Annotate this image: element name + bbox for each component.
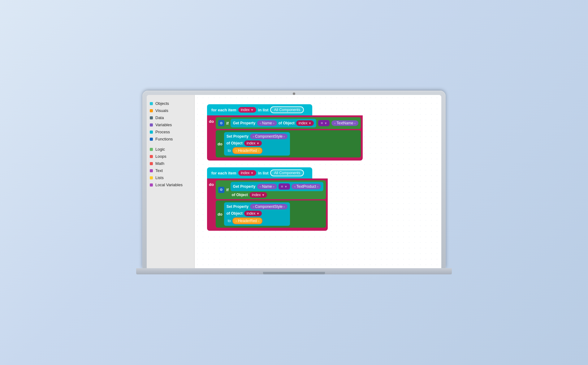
- set-prop-row-2: Set Property « ComponentStyle »: [227, 204, 288, 209]
- of-object-label-1: of Object: [279, 121, 295, 125]
- textname-text-1: TextName: [336, 121, 353, 125]
- header-red-pill-1[interactable]: « HeaderRed »: [232, 147, 263, 154]
- sidebar-label-text: Text: [155, 168, 163, 173]
- eq-block-1[interactable]: = ▼: [318, 120, 330, 126]
- foreach-row-1: for each item index ▼ in list All Compon…: [207, 104, 312, 115]
- index-pill-1[interactable]: index ▼: [238, 107, 256, 113]
- inner-do-label-1: do: [218, 142, 223, 146]
- math-color-dot: [150, 162, 153, 165]
- name-string-pill-1[interactable]: « Name »: [257, 120, 277, 126]
- screen-bezel: Objects Visuals Data Variables: [142, 91, 446, 268]
- sidebar-item-variables[interactable]: Variables: [147, 121, 194, 128]
- sidebar-label-functions: Functions: [155, 137, 173, 141]
- of-obj4-index-pill[interactable]: index ▼: [244, 211, 262, 216]
- block-group-1: for each item index ▼ in list All Compon…: [207, 104, 429, 161]
- lists-color-dot: [150, 176, 153, 179]
- foreach-row-2: for each item index ▼ in list All Compon…: [207, 167, 312, 178]
- of-obj-row-2: of Object index ▼: [227, 211, 288, 216]
- do-label-2: do: [209, 180, 214, 187]
- sidebar-label-visuals: Visuals: [155, 108, 168, 113]
- do-row-2: do ⚙ if Get Property: [209, 180, 326, 228]
- to-label-2: to: [228, 219, 231, 223]
- gear-icon-2[interactable]: ⚙: [218, 187, 224, 193]
- of-object2-label-1: of Object: [227, 141, 243, 145]
- sidebar-item-local-variables[interactable]: Local Variables: [147, 181, 194, 188]
- set-prop-row-1: Set Property « ComponentStyle »: [227, 134, 288, 139]
- component-style-pill-2[interactable]: « ComponentStyle »: [250, 204, 288, 209]
- index4-text: index: [252, 193, 261, 197]
- gear-icon-1[interactable]: ⚙: [218, 120, 224, 126]
- inner-do-area-2: do Set Property « ComponentStyle: [216, 200, 326, 228]
- sidebar-label-local-variables: Local Variables: [155, 182, 183, 187]
- get-prop-label-2: Get Property: [233, 184, 256, 189]
- foreach-label-1: for each item: [211, 108, 236, 112]
- of-object3-index-pill[interactable]: index ▼: [249, 192, 267, 198]
- index5-text: index: [247, 211, 256, 216]
- sidebar-label-objects: Objects: [155, 101, 169, 106]
- variables-color-dot: [150, 123, 153, 127]
- component-style-text-2: ComponentStyle: [255, 204, 283, 209]
- textproduct-pill-1[interactable]: « TextProduct »: [292, 184, 321, 189]
- open-quote-2: «: [334, 121, 336, 125]
- set-prop-block-2: Set Property « ComponentStyle »: [224, 202, 290, 226]
- inner-do-row-1: do Set Property « ComponentStyle: [218, 132, 359, 156]
- sidebar-item-data[interactable]: Data: [147, 114, 194, 121]
- sidebar-item-lists[interactable]: Lists: [147, 174, 194, 181]
- sidebar-label-logic: Logic: [155, 147, 165, 152]
- camera: [293, 92, 295, 95]
- sidebar-item-visuals[interactable]: Visuals: [147, 107, 194, 114]
- set-prop-block-1: Set Property « ComponentStyle »: [224, 132, 290, 156]
- all-components-text-1: All Components: [274, 108, 300, 112]
- header-red-pill-2[interactable]: « HeaderRed »: [232, 217, 263, 224]
- get-prop-block-2: Get Property « Name »: [231, 182, 324, 191]
- sidebar-item-process[interactable]: Process: [147, 128, 194, 135]
- sidebar-label-data: Data: [155, 115, 164, 120]
- all-components-pill-1[interactable]: All Components: [270, 106, 304, 113]
- sidebar-item-math[interactable]: Math: [147, 160, 194, 167]
- sidebar-item-functions[interactable]: Functions: [147, 135, 194, 143]
- screen: Objects Visuals Data Variables: [147, 95, 441, 268]
- get-prop-block-1: Get Property « Name » of Object: [231, 119, 317, 127]
- index-arrow-1: ▼: [251, 108, 254, 112]
- block-group-2: for each item index ▼ in list All Compon…: [207, 167, 429, 231]
- in-list-label-1: in list: [258, 108, 269, 112]
- inner-do-label-2: do: [218, 212, 223, 217]
- laptop: Objects Visuals Data Variables: [142, 91, 446, 274]
- header-red-text-2: HeaderRed: [238, 219, 257, 223]
- sidebar: Objects Visuals Data Variables: [147, 95, 195, 268]
- if-block-2: ⚙ if Get Property «: [216, 180, 326, 199]
- sidebar-item-objects[interactable]: Objects: [147, 100, 194, 107]
- to-label-1: to: [228, 148, 231, 153]
- of-object-index-pill-1[interactable]: index ▼: [296, 120, 314, 126]
- textname-pill-1[interactable]: « TextName »: [331, 120, 358, 126]
- sidebar-label-process: Process: [155, 130, 170, 134]
- name-string-pill-2[interactable]: « Name »: [257, 184, 277, 189]
- index-arrow-2: ▼: [251, 171, 254, 175]
- if-label-2: if: [226, 187, 229, 192]
- objects-color-dot: [150, 102, 153, 105]
- sidebar-item-loops[interactable]: Loops: [147, 153, 194, 160]
- sidebar-item-text[interactable]: Text: [147, 167, 194, 174]
- in-list-label-2: in list: [258, 171, 269, 175]
- of-obj-index-pill-1[interactable]: index ▼: [244, 140, 262, 146]
- eq-block-2[interactable]: = ▼: [279, 183, 290, 190]
- inner-do-area-1: do Set Property « ComponentStyle: [216, 130, 361, 157]
- loops-color-dot: [150, 155, 153, 158]
- eq-symbol-1: =: [321, 121, 323, 125]
- of-object3-label: of Object: [232, 193, 248, 197]
- close-quote-1: »: [273, 121, 275, 125]
- of-object4-label: of Object: [227, 211, 243, 216]
- component-style-text-1: ComponentStyle: [255, 134, 283, 139]
- foreach-label-2: for each item: [211, 171, 236, 175]
- all-components-pill-2[interactable]: All Components: [270, 170, 304, 176]
- if-block-1: ⚙ if Get Property « Name: [216, 117, 361, 129]
- local-variables-color-dot: [150, 183, 153, 187]
- canvas-content: for each item index ▼ in list All Compon…: [207, 104, 429, 231]
- sidebar-item-logic[interactable]: Logic: [147, 146, 194, 153]
- canvas-area: for each item index ▼ in list All Compon…: [195, 95, 441, 268]
- component-style-pill-1[interactable]: « ComponentStyle »: [250, 134, 288, 139]
- index-text-1: index: [241, 108, 250, 112]
- eq-arrow-1: ▼: [324, 122, 327, 125]
- index-pill-2[interactable]: index ▼: [238, 170, 256, 176]
- text-color-dot: [150, 169, 153, 172]
